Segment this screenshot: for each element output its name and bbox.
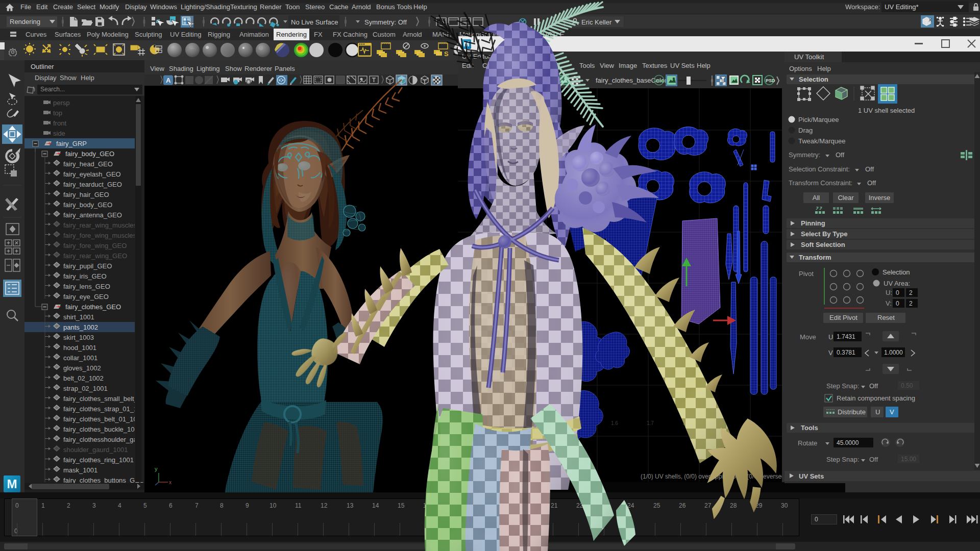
svg-text:x: x bbox=[169, 480, 172, 485]
svg-text:17: 17 bbox=[449, 502, 456, 509]
svg-text:Inverse: Inverse bbox=[869, 194, 891, 202]
svg-text:fairy_rear_wing_muscles_GEO: fairy_rear_wing_muscles_GEO bbox=[63, 221, 144, 229]
svg-text:Pivot: Pivot bbox=[799, 270, 814, 278]
svg-text:Drag: Drag bbox=[798, 127, 813, 134]
svg-text:fairy_fore_wing_muscles_GEO: fairy_fore_wing_muscles_GEO bbox=[63, 232, 144, 239]
svg-text:hood_1001: hood_1001 bbox=[63, 344, 96, 352]
svg-text:U:: U: bbox=[886, 289, 892, 296]
svg-text:fairy_clothes_strap_01_1001: fairy_clothes_strap_01_1001 bbox=[63, 405, 144, 413]
svg-text:0: 0 bbox=[896, 300, 899, 307]
svg-text:skirt_1003: skirt_1003 bbox=[63, 334, 94, 341]
svg-text:1.7: 1.7 bbox=[647, 420, 654, 426]
svg-text:24: 24 bbox=[627, 502, 634, 509]
svg-text:26: 26 bbox=[679, 502, 686, 509]
svg-text:fairy_clothes_buckle_1002: fairy_clothes_buckle_1002 bbox=[63, 425, 142, 433]
svg-text:fairy_clothes_GEO: fairy_clothes_GEO bbox=[65, 303, 121, 311]
svg-text:Selection Constraint:: Selection Constraint: bbox=[789, 165, 850, 173]
svg-text:Reset: Reset bbox=[877, 314, 895, 321]
svg-text:15.00: 15.00 bbox=[901, 456, 916, 463]
svg-text:strap_02_1001: strap_02_1001 bbox=[63, 385, 108, 392]
svg-text:0.50: 0.50 bbox=[901, 382, 913, 389]
svg-text:UV Sets: UV Sets bbox=[799, 472, 824, 480]
svg-text:Pick/Marquee: Pick/Marquee bbox=[798, 116, 839, 123]
svg-text:18: 18 bbox=[474, 502, 481, 509]
svg-text:U: U bbox=[875, 408, 880, 416]
svg-text:29: 29 bbox=[755, 502, 763, 509]
svg-text:gloves_1002: gloves_1002 bbox=[63, 364, 101, 372]
svg-text:16: 16 bbox=[423, 502, 430, 509]
svg-text:Off: Off bbox=[867, 179, 876, 187]
svg-text:23: 23 bbox=[602, 502, 609, 509]
svg-text:fairy_iris_GEO: fairy_iris_GEO bbox=[63, 272, 107, 280]
svg-text:0: 0 bbox=[896, 289, 899, 296]
svg-text:Step Snap:: Step Snap: bbox=[826, 456, 859, 463]
svg-text:8: 8 bbox=[220, 502, 224, 509]
svg-text:27: 27 bbox=[704, 502, 712, 509]
svg-text:V: V bbox=[890, 408, 894, 416]
svg-text:fairy_fore_wing_GEO: fairy_fore_wing_GEO bbox=[63, 242, 127, 249]
svg-text:30: 30 bbox=[781, 502, 788, 509]
svg-text:1.6: 1.6 bbox=[611, 420, 618, 426]
svg-text:Off: Off bbox=[836, 151, 844, 159]
svg-text:7: 7 bbox=[195, 502, 199, 509]
svg-text:fairy_clothes_ring_1001: fairy_clothes_ring_1001 bbox=[63, 456, 134, 464]
svg-text:12: 12 bbox=[321, 502, 328, 509]
svg-text:fairy_hair_GEO: fairy_hair_GEO bbox=[63, 191, 109, 198]
svg-text:top: top bbox=[53, 109, 62, 117]
svg-text:25: 25 bbox=[653, 502, 660, 509]
svg-text:V:: V: bbox=[886, 299, 892, 307]
svg-text:collar_1001: collar_1001 bbox=[63, 354, 97, 362]
svg-text:1.5: 1.5 bbox=[575, 420, 582, 426]
svg-text:Pinning: Pinning bbox=[801, 219, 825, 227]
svg-text:fairy_body_GEO: fairy_body_GEO bbox=[65, 150, 114, 158]
svg-text:Retain component spacing: Retain component spacing bbox=[837, 394, 915, 402]
svg-text:Transform: Transform bbox=[799, 254, 831, 261]
svg-text:A: A bbox=[166, 77, 171, 84]
svg-text:fairy_head_GEO: fairy_head_GEO bbox=[63, 160, 113, 168]
svg-text:PSD: PSD bbox=[766, 78, 775, 83]
svg-text:Selection: Selection bbox=[883, 268, 910, 276]
svg-text:9: 9 bbox=[246, 502, 249, 509]
svg-text:fairy_pupil_GEO: fairy_pupil_GEO bbox=[63, 262, 112, 270]
svg-text:1.0000: 1.0000 bbox=[884, 349, 903, 356]
svg-text:21: 21 bbox=[551, 502, 558, 509]
svg-text:13: 13 bbox=[347, 502, 354, 509]
svg-text:22: 22 bbox=[576, 502, 583, 509]
svg-text:RGB: RGB bbox=[655, 79, 665, 83]
svg-text:Edit Pivot: Edit Pivot bbox=[829, 314, 857, 321]
svg-text:2: 2 bbox=[909, 300, 913, 307]
svg-text:Symmetry:: Symmetry: bbox=[789, 151, 820, 159]
svg-text:Tweak/Marquee: Tweak/Marquee bbox=[798, 137, 846, 145]
svg-text:2: 2 bbox=[67, 502, 70, 509]
svg-text:All: All bbox=[813, 194, 820, 202]
svg-text:1 UV shell selected: 1 UV shell selected bbox=[858, 107, 915, 114]
svg-text:mask_1001: mask_1001 bbox=[63, 466, 97, 474]
svg-text:persp: persp bbox=[53, 99, 70, 107]
svg-text:45.0000: 45.0000 bbox=[837, 439, 859, 446]
svg-text:U: U bbox=[828, 333, 833, 341]
svg-text:2: 2 bbox=[909, 289, 913, 296]
svg-text:5: 5 bbox=[143, 502, 147, 509]
svg-text:Distribute: Distribute bbox=[838, 408, 866, 416]
svg-text:fairy_GRP: fairy_GRP bbox=[56, 140, 87, 147]
svg-text:20: 20 bbox=[525, 502, 532, 509]
svg-text:(1/0) UV shells, (0/0) overlap: (1/0) UV shells, (0/0) overlapping UVs, … bbox=[641, 473, 782, 480]
svg-text:1.8: 1.8 bbox=[682, 420, 690, 426]
svg-text:Clear: Clear bbox=[838, 194, 854, 202]
svg-text:19: 19 bbox=[500, 502, 507, 509]
svg-text:Off: Off bbox=[869, 456, 878, 463]
svg-text:1: 1 bbox=[41, 502, 45, 509]
svg-text:shirt_1001: shirt_1001 bbox=[63, 313, 94, 321]
svg-text:fairy_clothes_belt_01_1002: fairy_clothes_belt_01_1002 bbox=[63, 415, 144, 423]
svg-text:10: 10 bbox=[270, 502, 277, 509]
svg-text:Move: Move bbox=[800, 333, 816, 341]
svg-text:side: side bbox=[53, 130, 65, 137]
svg-text:0: 0 bbox=[15, 502, 19, 509]
svg-text:fairy_eyelash_GEO: fairy_eyelash_GEO bbox=[63, 170, 121, 178]
svg-text:Step Snap:: Step Snap: bbox=[826, 382, 859, 390]
svg-text:Soft Selection: Soft Selection bbox=[801, 241, 845, 248]
svg-text:fairy_antenna_GEO: fairy_antenna_GEO bbox=[63, 211, 122, 219]
svg-text:4: 4 bbox=[118, 502, 121, 509]
svg-text:0.3781: 0.3781 bbox=[837, 349, 855, 356]
svg-text:Off: Off bbox=[865, 165, 874, 173]
